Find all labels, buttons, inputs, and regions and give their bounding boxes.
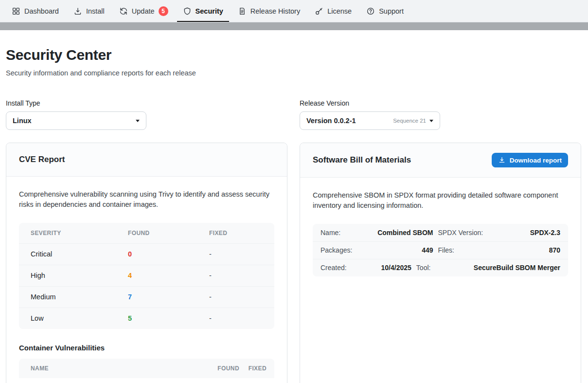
nav-item-security[interactable]: Security — [177, 0, 229, 22]
col-header-found: Found — [205, 365, 239, 372]
refresh-icon — [119, 7, 128, 16]
detail-label: Created: — [321, 264, 363, 272]
detail-value: 870 — [496, 246, 561, 254]
nav-label: Security — [196, 7, 223, 15]
container-vulnerabilities-title: Container Vulnerabilities — [19, 344, 274, 352]
sbom-card-title: Software Bill of Materials — [313, 155, 411, 165]
release-version-select[interactable]: Version 0.0.2-1 Sequence 21 — [300, 111, 440, 130]
severity-found-count: 5 — [128, 314, 209, 322]
cve-report-card: CVE Report Comprehensive vulnerability s… — [6, 143, 287, 383]
severity-found-count: 4 — [128, 272, 209, 279]
chevron-down-icon — [136, 120, 140, 122]
severity-name: Critical — [31, 250, 128, 258]
filters-row: Install Type Linux Release Version Versi… — [6, 99, 581, 130]
detail-label: SPDX Version: — [438, 229, 491, 237]
sbom-card-body: Comprehensive SBOM in SPDX format provid… — [300, 178, 581, 289]
nav-item-dashboard[interactable]: Dashboard — [6, 0, 65, 22]
cve-card-body: Comprehensive vulnerability scanning usi… — [6, 177, 287, 383]
install-type-value: Linux — [13, 117, 32, 125]
download-icon — [73, 7, 82, 16]
container-table-header: Name Found Fixed — [19, 359, 274, 378]
severity-fixed-count: - — [209, 272, 263, 279]
chevron-down-icon — [429, 120, 433, 122]
nav-label: License — [327, 7, 352, 15]
severity-fixed-count: - — [209, 250, 263, 258]
detail-label: Name: — [321, 229, 363, 237]
detail-label: Tool: — [416, 264, 469, 272]
cve-description: Comprehensive vulnerability scanning usi… — [19, 189, 274, 210]
cards-row: CVE Report Comprehensive vulnerability s… — [6, 143, 581, 383]
col-header-found: Found — [128, 230, 209, 237]
nav-label: Support — [379, 7, 404, 15]
nav-item-license[interactable]: License — [309, 0, 357, 22]
detail-value: SecureBuild SBOM Merger — [474, 264, 560, 272]
severity-name: Low — [31, 314, 128, 322]
severity-row-medium: Medium 7 - — [19, 286, 274, 308]
severity-fixed-count: - — [209, 293, 263, 301]
nav-item-support[interactable]: Support — [360, 0, 410, 22]
nav-item-install[interactable]: Install — [68, 0, 110, 22]
severity-row-low: Low 5 - — [19, 308, 274, 329]
severity-found-count: 0 — [128, 250, 209, 258]
divider-strip — [0, 22, 588, 30]
release-version-filter: Release Version Version 0.0.2-1 Sequence… — [300, 99, 581, 130]
grid-icon — [12, 7, 20, 16]
cve-card-header: CVE Report — [6, 143, 287, 177]
detail-label: Packages: — [321, 246, 363, 254]
download-report-label: Download report — [510, 157, 562, 164]
update-count-badge: 5 — [159, 6, 168, 16]
severity-table: Severity Found Fixed Critical 0 - High 4… — [19, 223, 274, 329]
detail-value: 449 — [368, 246, 433, 254]
shield-icon — [183, 7, 192, 16]
nav-label: Dashboard — [24, 7, 59, 15]
nav-item-release-history[interactable]: Release History — [232, 0, 306, 22]
download-icon — [498, 156, 506, 164]
sequence-label: Sequence 21 — [393, 118, 426, 124]
sbom-detail-row: Name: Combined SBOM SPDX Version: SPDX-2… — [313, 224, 568, 241]
detail-label: Files: — [438, 246, 491, 254]
sbom-detail-row: Created: 10/4/2025 Tool: SecureBuild SBO… — [313, 259, 568, 276]
release-version-value: Version 0.0.2-1 — [306, 117, 356, 125]
nav-label: Release History — [250, 7, 300, 15]
release-version-label: Release Version — [300, 99, 581, 107]
col-header-fixed: Fixed — [239, 365, 267, 372]
nav-label: Install — [86, 7, 105, 15]
page-title: Security Center — [6, 47, 581, 63]
severity-row-critical: Critical 0 - — [19, 243, 274, 265]
download-report-button[interactable]: Download report — [492, 153, 568, 167]
severity-fixed-count: - — [209, 314, 263, 322]
col-header-fixed: Fixed — [209, 230, 263, 237]
severity-row-high: High 4 - — [19, 265, 274, 286]
severity-name: High — [31, 272, 128, 279]
install-type-label: Install Type — [6, 99, 287, 107]
detail-value: Combined SBOM — [368, 229, 433, 237]
key-icon — [315, 7, 323, 16]
col-header-name: Name — [31, 365, 205, 372]
sbom-detail-row: Packages: 449 Files: 870 — [313, 241, 568, 259]
install-type-select[interactable]: Linux — [6, 111, 146, 130]
sbom-details-table: Name: Combined SBOM SPDX Version: SPDX-2… — [313, 224, 568, 276]
document-icon — [238, 7, 247, 16]
severity-found-count: 7 — [128, 293, 209, 301]
sbom-card-header: Software Bill of Materials Download repo… — [300, 143, 581, 178]
cve-card-title: CVE Report — [19, 155, 65, 164]
install-type-filter: Install Type Linux — [6, 99, 287, 130]
nav-label: Update — [132, 7, 155, 15]
main-content: Security Center Security information and… — [0, 30, 588, 383]
nav-item-update[interactable]: Update 5 — [113, 0, 174, 22]
detail-value: SPDX-2.3 — [496, 229, 561, 237]
page-subtitle: Security information and compliance repo… — [6, 69, 581, 77]
severity-table-header: Severity Found Fixed — [19, 223, 274, 243]
top-nav: Dashboard Install Update 5 Security Rele… — [0, 0, 588, 22]
detail-value: 10/4/2025 — [368, 264, 411, 272]
sbom-description: Comprehensive SBOM in SPDX format provid… — [313, 190, 568, 211]
severity-name: Medium — [31, 293, 128, 301]
help-icon — [366, 7, 375, 16]
sbom-card: Software Bill of Materials Download repo… — [300, 143, 581, 383]
col-header-severity: Severity — [31, 230, 128, 237]
